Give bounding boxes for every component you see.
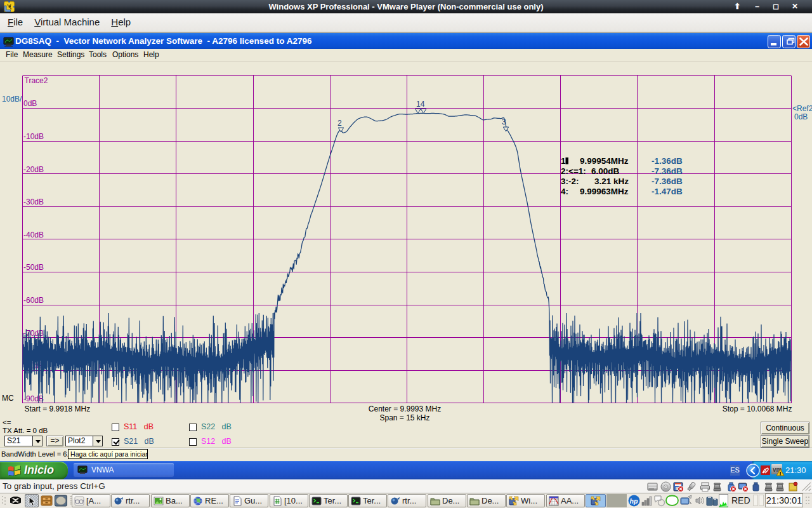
svg-text:-90dB: -90dB xyxy=(23,394,44,403)
svg-text:-7.36dB: -7.36dB xyxy=(652,166,683,176)
svg-text:hp: hp xyxy=(630,497,638,505)
svg-text:14: 14 xyxy=(416,100,425,109)
svg-text:3:-2:: 3:-2: xyxy=(561,177,579,186)
svg-text:3: 3 xyxy=(502,117,506,126)
svg-text:MC: MC xyxy=(2,394,14,403)
svg-text:6.00dB: 6.00dB xyxy=(591,166,620,176)
svg-text:Start = 9.9918 MHz: Start = 9.9918 MHz xyxy=(25,404,91,413)
svg-text:9.99963MHz: 9.99963MHz xyxy=(580,187,629,196)
svg-text:2: 2 xyxy=(337,119,342,128)
svg-text:Stop = 10.0068 MHz: Stop = 10.0068 MHz xyxy=(723,404,792,413)
svg-text:<Ref2: <Ref2 xyxy=(792,104,812,113)
svg-text:-1.36dB: -1.36dB xyxy=(652,156,683,166)
svg-text:-20dB: -20dB xyxy=(23,165,44,174)
svg-text:Center = 9.9993 MHz: Center = 9.9993 MHz xyxy=(369,404,441,413)
svg-text:-30dB: -30dB xyxy=(23,197,44,206)
svg-text:4:: 4: xyxy=(561,187,568,196)
svg-text:0dB: 0dB xyxy=(23,99,37,108)
svg-text:3.21 kHz: 3.21 kHz xyxy=(594,177,629,186)
svg-text:-50dB: -50dB xyxy=(23,263,44,272)
svg-text:9.99954MHz: 9.99954MHz xyxy=(580,156,629,166)
svg-text:-1.47dB: -1.47dB xyxy=(652,187,683,196)
svg-text:Span = 15 kHz: Span = 15 kHz xyxy=(379,413,429,422)
svg-text:-7.36dB: -7.36dB xyxy=(652,177,683,186)
svg-text:10dB/: 10dB/ xyxy=(2,95,22,104)
svg-text:-10dB: -10dB xyxy=(23,132,44,141)
svg-text:-40dB: -40dB xyxy=(23,231,44,239)
svg-text:0dB: 0dB xyxy=(794,112,808,121)
svg-text:2:<=1:: 2:<=1: xyxy=(561,166,586,176)
svg-text:Trace2: Trace2 xyxy=(25,76,48,85)
svg-text:1: 1 xyxy=(561,156,566,166)
svg-text:-60dB: -60dB xyxy=(23,296,44,305)
